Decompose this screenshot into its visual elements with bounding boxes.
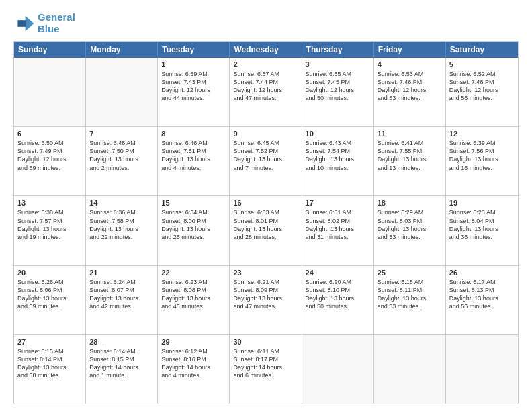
calendar-row-1: 6Sunrise: 6:50 AMSunset: 7:49 PMDaylight… bbox=[14, 126, 518, 195]
cell-info-line: Sunrise: 6:52 AM bbox=[449, 70, 515, 78]
cell-info-line: and 50 minutes. bbox=[306, 94, 370, 102]
day-cell-22: 22Sunrise: 6:23 AMSunset: 8:08 PMDayligh… bbox=[158, 266, 230, 334]
cell-info-line: and 45 minutes. bbox=[161, 302, 226, 310]
cell-info-line: Daylight: 13 hours bbox=[17, 363, 82, 371]
header-day-saturday: Saturday bbox=[446, 42, 518, 58]
day-cell-29: 29Sunrise: 6:12 AMSunset: 8:16 PMDayligh… bbox=[158, 335, 230, 404]
cell-info-line: Sunset: 8:03 PM bbox=[378, 217, 442, 225]
calendar-header: SundayMondayTuesdayWednesdayThursdayFrid… bbox=[14, 42, 518, 58]
cell-info-line: Sunrise: 6:33 AM bbox=[233, 208, 298, 216]
cell-info-line: Sunset: 8:01 PM bbox=[233, 217, 298, 225]
calendar-row-0: 1Sunrise: 6:59 AMSunset: 7:43 PMDaylight… bbox=[14, 58, 518, 126]
header-day-wednesday: Wednesday bbox=[230, 42, 302, 58]
day-number: 25 bbox=[378, 269, 442, 277]
empty-cell-4-6 bbox=[446, 335, 518, 404]
cell-info-line: Daylight: 13 hours bbox=[233, 225, 298, 233]
empty-cell-0-1 bbox=[86, 58, 158, 126]
day-cell-28: 28Sunrise: 6:14 AMSunset: 8:15 PMDayligh… bbox=[86, 335, 158, 404]
day-cell-17: 17Sunrise: 6:31 AMSunset: 8:02 PMDayligh… bbox=[302, 196, 374, 265]
cell-info-line: and 4 minutes. bbox=[161, 164, 226, 172]
calendar-row-2: 13Sunrise: 6:38 AMSunset: 7:57 PMDayligh… bbox=[14, 195, 518, 265]
cell-info-line: Sunset: 7:50 PM bbox=[89, 147, 154, 155]
empty-cell-4-5 bbox=[374, 335, 446, 404]
day-number: 1 bbox=[161, 60, 226, 68]
cell-info-line: Sunset: 8:08 PM bbox=[161, 286, 226, 294]
day-number: 29 bbox=[161, 338, 226, 346]
cell-info-line: and 39 minutes. bbox=[17, 302, 82, 310]
cell-info-line: Sunset: 7:54 PM bbox=[306, 147, 370, 155]
empty-cell-4-4 bbox=[302, 335, 374, 404]
cell-info-line: Sunset: 7:52 PM bbox=[233, 147, 298, 155]
day-cell-10: 10Sunrise: 6:43 AMSunset: 7:54 PMDayligh… bbox=[302, 127, 374, 195]
cell-info-line: and 4 minutes. bbox=[161, 371, 226, 379]
cell-info-line: Sunrise: 6:24 AM bbox=[89, 278, 154, 286]
cell-info-line: Sunset: 8:13 PM bbox=[449, 286, 515, 294]
cell-info-line: and 56 minutes. bbox=[449, 94, 515, 102]
cell-info-line: and 53 minutes. bbox=[378, 94, 442, 102]
cell-info-line: and 59 minutes. bbox=[17, 164, 82, 172]
cell-info-line: Sunset: 8:02 PM bbox=[306, 217, 370, 225]
day-number: 4 bbox=[378, 60, 442, 68]
day-number: 9 bbox=[233, 130, 298, 138]
cell-info-line: Sunrise: 6:21 AM bbox=[233, 278, 298, 286]
cell-info-line: Daylight: 13 hours bbox=[233, 294, 298, 302]
cell-info-line: Sunset: 8:14 PM bbox=[17, 355, 82, 363]
cell-info-line: and 10 minutes. bbox=[306, 164, 370, 172]
cell-info-line: and 2 minutes. bbox=[89, 164, 154, 172]
cell-info-line: Sunset: 8:11 PM bbox=[378, 286, 442, 294]
day-number: 23 bbox=[233, 269, 298, 277]
cell-info-line: Daylight: 13 hours bbox=[161, 294, 226, 302]
cell-info-line: Sunset: 7:58 PM bbox=[89, 217, 154, 225]
cell-info-line: Daylight: 13 hours bbox=[161, 155, 226, 163]
calendar: SundayMondayTuesdayWednesdayThursdayFrid… bbox=[13, 41, 519, 404]
day-cell-1: 1Sunrise: 6:59 AMSunset: 7:43 PMDaylight… bbox=[158, 58, 230, 126]
day-cell-9: 9Sunrise: 6:45 AMSunset: 7:52 PMDaylight… bbox=[230, 127, 302, 195]
cell-info-line: Sunset: 7:49 PM bbox=[17, 147, 82, 155]
cell-info-line: Sunrise: 6:50 AM bbox=[17, 139, 82, 147]
day-cell-23: 23Sunrise: 6:21 AMSunset: 8:09 PMDayligh… bbox=[230, 266, 302, 334]
day-cell-25: 25Sunrise: 6:18 AMSunset: 8:11 PMDayligh… bbox=[374, 266, 446, 334]
day-number: 6 bbox=[17, 130, 82, 138]
day-cell-5: 5Sunrise: 6:52 AMSunset: 7:48 PMDaylight… bbox=[446, 58, 518, 126]
cell-info-line: Sunset: 7:56 PM bbox=[449, 147, 515, 155]
cell-info-line: Daylight: 13 hours bbox=[449, 294, 515, 302]
cell-info-line: Daylight: 13 hours bbox=[378, 155, 442, 163]
calendar-body: 1Sunrise: 6:59 AMSunset: 7:43 PMDaylight… bbox=[14, 58, 518, 404]
cell-info-line: Sunset: 8:06 PM bbox=[17, 286, 82, 294]
cell-info-line: Daylight: 13 hours bbox=[89, 294, 154, 302]
cell-info-line: and 47 minutes. bbox=[233, 302, 298, 310]
header-day-friday: Friday bbox=[374, 42, 446, 58]
cell-info-line: Sunrise: 6:31 AM bbox=[306, 208, 370, 216]
day-number: 27 bbox=[17, 338, 82, 346]
cell-info-line: Sunrise: 6:57 AM bbox=[233, 70, 298, 78]
cell-info-line: Sunset: 7:55 PM bbox=[378, 147, 442, 155]
cell-info-line: Daylight: 13 hours bbox=[17, 225, 82, 233]
cell-info-line: Daylight: 13 hours bbox=[306, 155, 370, 163]
day-cell-2: 2Sunrise: 6:57 AMSunset: 7:44 PMDaylight… bbox=[230, 58, 302, 126]
cell-info-line: and 47 minutes. bbox=[233, 94, 298, 102]
cell-info-line: Daylight: 13 hours bbox=[306, 294, 370, 302]
cell-info-line: Daylight: 12 hours bbox=[378, 86, 442, 94]
cell-info-line: Sunset: 8:15 PM bbox=[89, 355, 154, 363]
cell-info-line: and 33 minutes. bbox=[378, 233, 442, 241]
day-cell-16: 16Sunrise: 6:33 AMSunset: 8:01 PMDayligh… bbox=[230, 196, 302, 265]
day-cell-12: 12Sunrise: 6:39 AMSunset: 7:56 PMDayligh… bbox=[446, 127, 518, 195]
day-number: 2 bbox=[233, 60, 298, 68]
day-number: 26 bbox=[449, 269, 515, 277]
cell-info-line: and 53 minutes. bbox=[378, 302, 442, 310]
day-cell-26: 26Sunrise: 6:17 AMSunset: 8:13 PMDayligh… bbox=[446, 266, 518, 334]
cell-info-line: Sunrise: 6:45 AM bbox=[233, 139, 298, 147]
cell-info-line: Sunset: 8:16 PM bbox=[161, 355, 226, 363]
day-number: 22 bbox=[161, 269, 226, 277]
cell-info-line: and 13 minutes. bbox=[378, 164, 442, 172]
cell-info-line: Sunrise: 6:41 AM bbox=[378, 139, 442, 147]
day-number: 28 bbox=[89, 338, 154, 346]
logo: General Blue bbox=[13, 12, 75, 34]
cell-info-line: Sunset: 8:10 PM bbox=[306, 286, 370, 294]
cell-info-line: Daylight: 12 hours bbox=[233, 86, 298, 94]
day-number: 20 bbox=[17, 269, 82, 277]
cell-info-line: and 25 minutes. bbox=[161, 233, 226, 241]
logo-general: General bbox=[38, 11, 75, 23]
cell-info-line: Sunrise: 6:46 AM bbox=[161, 139, 226, 147]
header-day-thursday: Thursday bbox=[302, 42, 374, 58]
